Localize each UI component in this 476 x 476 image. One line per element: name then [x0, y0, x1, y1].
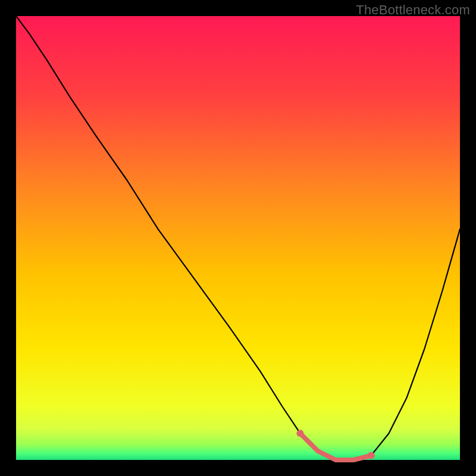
bottleneck-curve [16, 16, 460, 460]
watermark-text: TheBottleneck.com [356, 2, 470, 18]
highlight-dot-right [368, 452, 375, 459]
highlight-dot-left [296, 430, 303, 437]
chart-frame: TheBottleneck.com [0, 0, 476, 476]
curve-layer [16, 16, 460, 460]
highlight-segment [300, 433, 371, 460]
